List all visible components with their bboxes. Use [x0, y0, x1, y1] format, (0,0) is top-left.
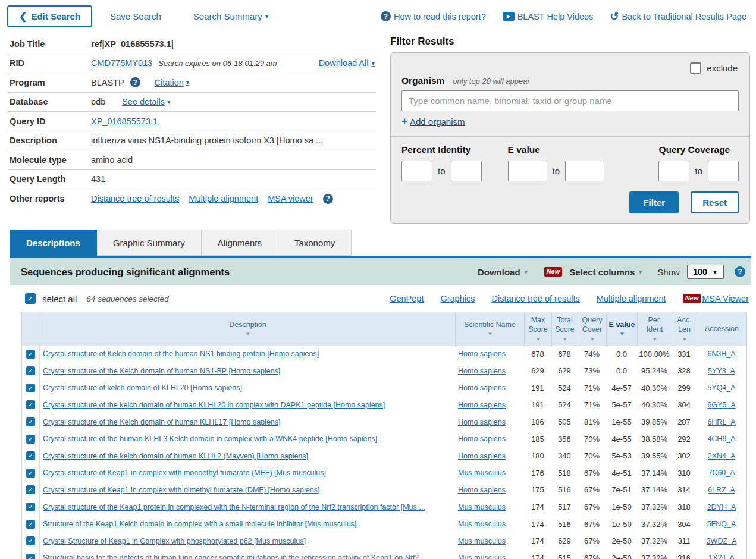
accession-link[interactable]: 5FNQ_A — [707, 520, 736, 528]
column-header-acc-len[interactable]: Acc. Len▼ — [672, 312, 697, 346]
accession-link[interactable]: 1X2J_A — [708, 554, 735, 559]
row-checkbox[interactable]: ✓ — [26, 554, 35, 559]
selection-link-graphics[interactable]: Graphics — [440, 294, 475, 303]
tab-taxonomy[interactable]: Taxonomy — [278, 230, 352, 256]
accession-link[interactable]: 3WDZ_A — [707, 537, 737, 545]
search-summary-dropdown[interactable]: Search Summary ▾ — [193, 11, 268, 21]
selection-link-distance-tree-of-results[interactable]: Distance tree of results — [491, 294, 579, 303]
evalue-from-input[interactable] — [508, 161, 547, 181]
percent-identity-from-input[interactable] — [401, 161, 432, 181]
see-details-dropdown[interactable]: See details ▾ — [122, 97, 170, 106]
column-header-query-cover[interactable]: Query Cover▼ — [578, 312, 606, 346]
query-id-link[interactable]: XP_016855573.1 — [91, 117, 158, 126]
accession-link[interactable]: 6LRZ_A — [708, 486, 735, 494]
percent-identity-to-input[interactable] — [451, 161, 482, 181]
tab-graphic-summary[interactable]: Graphic Summary — [97, 230, 202, 256]
scientific-name-link[interactable]: Homo sapiens — [458, 435, 506, 443]
rid-link[interactable]: CMD775MY013 — [91, 58, 152, 68]
row-checkbox[interactable]: ✓ — [26, 435, 35, 444]
scientific-name-link[interactable]: Mus musculus — [458, 469, 506, 477]
download-dropdown[interactable]: Download ▾ — [478, 267, 528, 277]
other-report-link-1[interactable]: Multiple alignment — [189, 194, 258, 203]
selection-link-genpept[interactable]: GenPept — [390, 294, 424, 303]
row-checkbox[interactable]: ✓ — [26, 485, 35, 494]
help-link[interactable]: ?How to read this report? — [381, 11, 486, 21]
description-link[interactable]: Crystal structure of the human KLHL3 Kel… — [43, 435, 377, 443]
help-link[interactable]: ▶BLAST Help Videos — [503, 12, 594, 21]
row-checkbox[interactable]: ✓ — [26, 350, 35, 359]
accession-link[interactable]: 2DYH_A — [707, 503, 736, 511]
accession-link[interactable]: 2XN4_A — [708, 452, 736, 460]
row-checkbox[interactable]: ✓ — [26, 536, 35, 545]
organism-input[interactable] — [401, 90, 739, 111]
scientific-name-link[interactable]: Homo sapiens — [458, 486, 506, 494]
citation-dropdown[interactable]: Citation ▾ — [155, 78, 190, 87]
select-all-checkbox[interactable]: ✓ — [25, 293, 36, 304]
row-checkbox[interactable]: ✓ — [26, 384, 35, 392]
description-link[interactable]: Crystal structure of Kelch domain of the… — [43, 350, 319, 358]
description-link[interactable]: Structure of the Keap1 Kelch domain in c… — [43, 520, 356, 528]
row-checkbox[interactable]: ✓ — [26, 469, 35, 478]
row-checkbox[interactable]: ✓ — [26, 366, 35, 375]
help-icon[interactable]: ? — [323, 194, 333, 204]
column-header-max-score[interactable]: Max Score▼ — [524, 312, 551, 346]
tab-alignments[interactable]: Alignments — [202, 230, 278, 256]
accession-link[interactable]: 6GY5_A — [707, 401, 735, 409]
accession-link[interactable]: 7C60_A — [708, 469, 735, 477]
scientific-name-link[interactable]: Mus musculus — [458, 537, 506, 545]
save-search-link[interactable]: Save Search — [110, 11, 161, 21]
other-report-link-2[interactable]: MSA viewer — [268, 194, 313, 203]
scientific-name-link[interactable]: Homo sapiens — [458, 418, 506, 426]
row-checkbox[interactable]: ✓ — [26, 451, 35, 460]
description-link[interactable]: Structural basis for the defects of huma… — [43, 554, 425, 559]
row-checkbox[interactable]: ✓ — [26, 417, 35, 426]
select-columns-dropdown[interactable]: Select columns ▾ — [569, 267, 642, 277]
scientific-name-link[interactable]: Homo sapiens — [458, 452, 506, 460]
edit-search-button[interactable]: ❮ Edit Search — [7, 5, 92, 27]
query-coverage-from-input[interactable] — [658, 161, 689, 181]
description-link[interactable]: Crystal structure of Keap1 in complex wi… — [43, 486, 319, 494]
description-link[interactable]: Crystal structure of the Kelch domain of… — [43, 418, 281, 426]
column-header-accession[interactable]: Accession — [697, 312, 746, 346]
description-link[interactable]: Crystal structure of the kelch domain of… — [43, 452, 308, 460]
description-link[interactable]: Crystal structure of the kelch domain of… — [43, 401, 385, 409]
description-link[interactable]: Crystal structure of the Kelch domain of… — [43, 367, 280, 375]
column-header-total-score[interactable]: Total Score▼ — [551, 312, 578, 346]
download-all-dropdown[interactable]: Download All ▾ — [319, 58, 375, 68]
evalue-to-input[interactable] — [565, 161, 604, 181]
description-link[interactable]: Crystal structure of Keap1 in complex wi… — [43, 469, 326, 477]
description-link[interactable]: Crystal structure of the Keap1 protein i… — [43, 503, 425, 511]
description-link[interactable]: Crystal structure of kelch domain of KLH… — [43, 384, 242, 392]
scientific-name-link[interactable]: Mus musculus — [458, 503, 506, 511]
scientific-name-link[interactable]: Homo sapiens — [458, 350, 506, 358]
other-report-link-0[interactable]: Distance tree of results — [91, 194, 179, 203]
selection-link-multiple-alignment[interactable]: Multiple alignment — [597, 294, 666, 303]
description-link[interactable]: Crystal Structure of Keap1 in Complex wi… — [43, 537, 306, 545]
scientific-name-link[interactable]: Homo sapiens — [458, 367, 506, 375]
help-link[interactable]: ↺Back to Traditional Results Page — [610, 11, 746, 22]
column-header-per-ident[interactable]: Per. Ident▼ — [637, 312, 672, 346]
row-checkbox[interactable]: ✓ — [26, 400, 35, 409]
column-header-description[interactable]: Description▼ — [40, 312, 455, 346]
help-icon[interactable]: ? — [130, 77, 140, 87]
row-checkbox[interactable]: ✓ — [26, 503, 35, 511]
accession-link[interactable]: 6HRL_A — [707, 418, 735, 426]
scientific-name-link[interactable]: Mus musculus — [458, 554, 506, 559]
exclude-checkbox[interactable] — [690, 62, 701, 74]
add-organism-link[interactable]: Add organism — [410, 117, 465, 127]
query-coverage-to-input[interactable] — [708, 161, 739, 181]
scientific-name-link[interactable]: Homo sapiens — [458, 384, 506, 392]
accession-link[interactable]: 6N3H_A — [707, 350, 735, 358]
row-checkbox[interactable]: ✓ — [26, 520, 35, 529]
reset-button[interactable]: Reset — [691, 191, 739, 213]
msa-viewer-link[interactable]: MSA Viewer — [702, 294, 749, 303]
accession-link[interactable]: 4CH9_A — [707, 435, 735, 443]
column-header-e-value[interactable]: E value▼ — [606, 312, 637, 346]
help-icon[interactable]: ? — [735, 266, 745, 277]
scientific-name-link[interactable]: Mus musculus — [458, 520, 506, 528]
filter-button[interactable]: Filter — [629, 191, 679, 213]
accession-link[interactable]: 5YY8_A — [708, 367, 735, 375]
show-count-select[interactable]: 100 ▼ — [687, 265, 724, 279]
column-header-scientific-name[interactable]: Scientific Name▼ — [455, 312, 524, 346]
tab-descriptions[interactable]: Descriptions — [10, 230, 97, 256]
